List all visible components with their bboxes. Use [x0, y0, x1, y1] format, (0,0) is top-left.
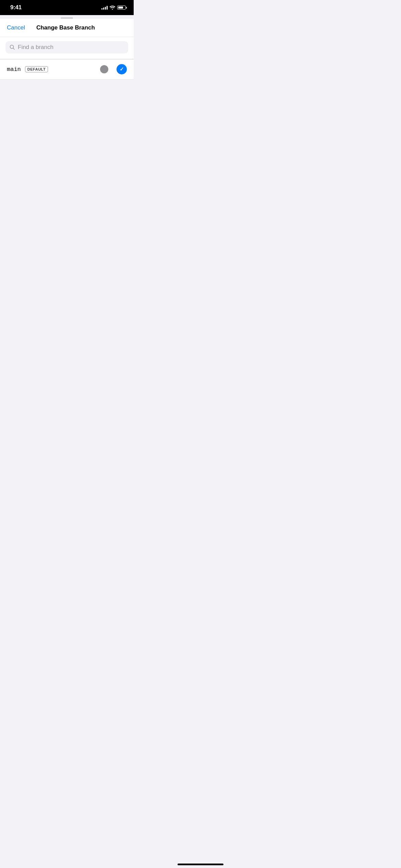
drag-handle — [61, 17, 73, 19]
branch-dot — [100, 65, 108, 73]
nav-header: Cancel Change Base Branch — [0, 19, 134, 37]
search-container — [0, 37, 134, 59]
page-title: Change Base Branch — [25, 24, 106, 31]
branch-selected-check: ✓ — [117, 64, 127, 74]
content-area — [0, 80, 134, 285]
status-time: 9:41 — [10, 4, 22, 11]
cancel-button[interactable]: Cancel — [7, 24, 25, 31]
search-bar — [5, 41, 128, 53]
status-icons — [101, 5, 127, 10]
branch-item-main[interactable]: main DEFAULT ✓ — [0, 59, 134, 80]
modal-sheet-indicator — [0, 15, 134, 19]
signal-icon — [101, 5, 108, 10]
search-input[interactable] — [18, 44, 124, 51]
status-bar: 9:41 — [0, 0, 134, 15]
branch-list: main DEFAULT ✓ — [0, 59, 134, 80]
checkmark-icon: ✓ — [120, 66, 124, 72]
branch-name: main — [7, 66, 21, 73]
search-icon — [10, 45, 15, 50]
wifi-icon — [110, 5, 115, 10]
default-badge: DEFAULT — [25, 66, 48, 72]
battery-icon — [117, 5, 127, 10]
